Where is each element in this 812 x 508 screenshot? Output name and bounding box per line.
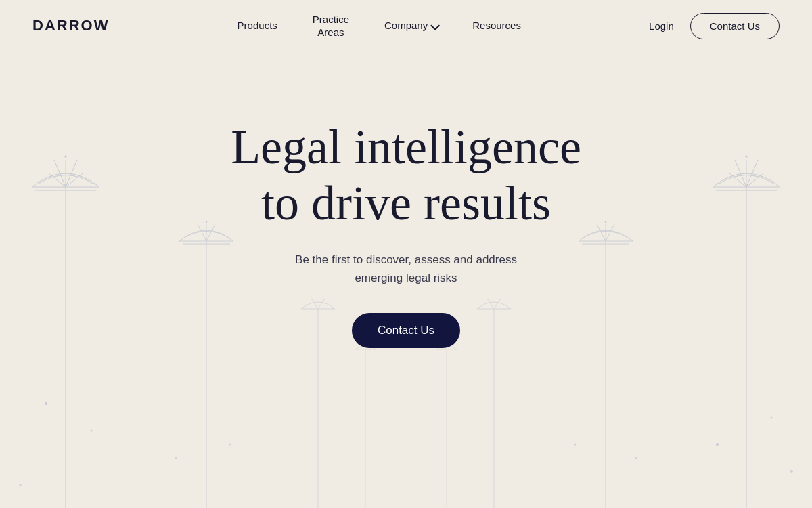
hero-title: Legal intelligence to drive results <box>231 119 581 232</box>
main-nav: DARROW Products Practice Areas Company R… <box>0 0 812 51</box>
nav-products[interactable]: Products <box>238 19 277 33</box>
logo[interactable]: DARROW <box>32 17 109 35</box>
hero-section: Legal intelligence to drive results Be t… <box>0 51 812 508</box>
nav-links: Products Practice Areas Company Resource… <box>238 13 521 39</box>
nav-practice-areas[interactable]: Practice Areas <box>313 13 349 39</box>
chevron-down-icon <box>430 24 437 28</box>
nav-company[interactable]: Company <box>384 19 437 33</box>
nav-resources[interactable]: Resources <box>472 19 521 33</box>
nav-contact-button[interactable]: Contact Us <box>690 13 780 39</box>
login-link[interactable]: Login <box>649 20 674 32</box>
nav-right: Login Contact Us <box>649 13 780 39</box>
hero-contact-button[interactable]: Contact Us <box>352 313 460 348</box>
hero-subtitle: Be the first to discover, assess and add… <box>295 251 517 287</box>
